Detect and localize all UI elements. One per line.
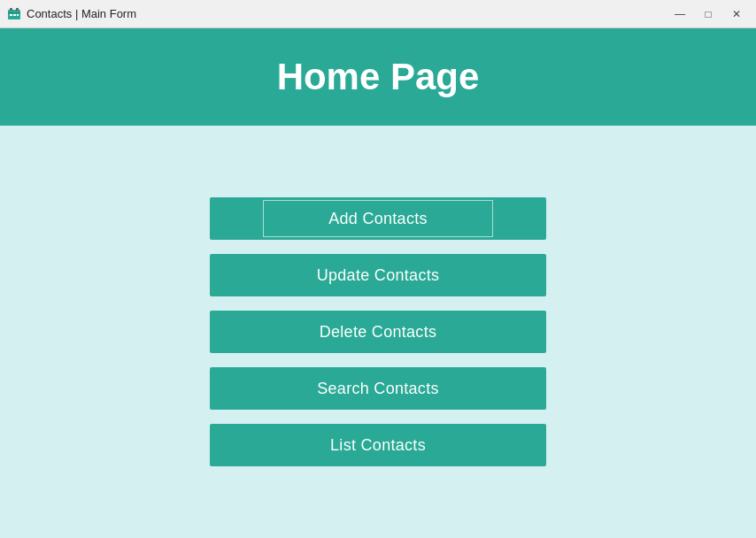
page-title: Home Page	[277, 56, 480, 98]
search-contacts-button[interactable]: Search Contacts	[210, 367, 546, 410]
title-bar-controls: — □ ✕	[667, 4, 749, 24]
svg-rect-2	[16, 8, 19, 11]
list-contacts-button[interactable]: List Contacts	[210, 424, 546, 466]
app-icon	[7, 7, 21, 21]
update-contacts-button[interactable]: Update Contacts	[210, 254, 546, 296]
svg-rect-5	[13, 14, 16, 16]
title-bar-left: Contacts | Main Form	[7, 7, 136, 21]
svg-rect-1	[10, 8, 12, 11]
delete-contacts-button[interactable]: Delete Contacts	[210, 311, 546, 353]
title-bar: Contacts | Main Form — □ ✕	[0, 0, 756, 28]
close-button[interactable]: ✕	[724, 4, 749, 24]
svg-rect-4	[10, 14, 12, 16]
add-contacts-button[interactable]: Add Contacts	[210, 197, 546, 240]
window-title: Contacts | Main Form	[27, 7, 136, 20]
minimize-button[interactable]: —	[667, 4, 692, 24]
main-content: Add Contacts Update Contacts Delete Cont…	[0, 126, 756, 538]
svg-rect-3	[8, 12, 20, 13]
maximize-button[interactable]: □	[696, 4, 721, 24]
svg-rect-6	[17, 14, 19, 16]
header: Home Page	[0, 28, 756, 126]
